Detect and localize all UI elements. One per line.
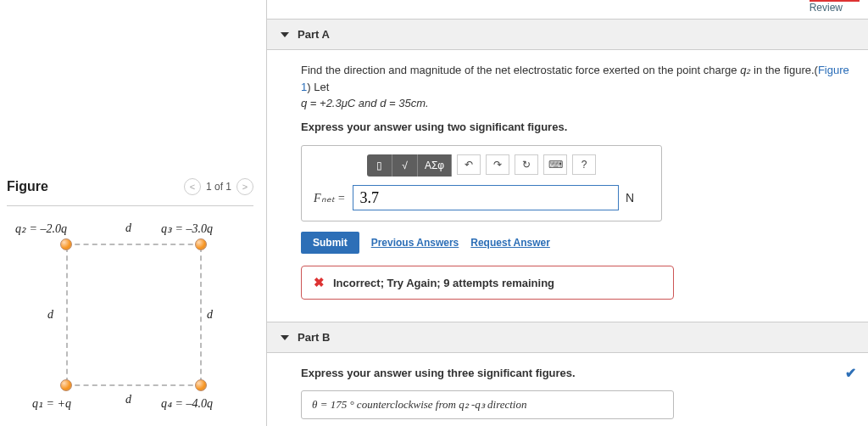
label-d-right: d: [207, 308, 213, 322]
part-b-header[interactable]: Part B: [267, 322, 868, 353]
charge-q2: [60, 238, 72, 250]
part-a-express: Express your answer using two significan…: [301, 119, 854, 136]
part-b-title: Part B: [298, 331, 330, 344]
answer-box-b: θ = 175 ° counterclockwise from q₂ -q₃ d…: [301, 390, 674, 419]
greek-button[interactable]: ΑΣφ: [418, 154, 452, 177]
help-button[interactable]: ?: [572, 154, 596, 175]
figure-nav: < 1 of 1 >: [184, 178, 253, 195]
feedback-box: ✖ Incorrect; Try Again; 9 attempts remai…: [301, 266, 674, 300]
request-answer-link[interactable]: Request Answer: [470, 237, 550, 249]
label-q1: q₁ = +q: [32, 396, 71, 411]
figure-nav-text: 1 of 1: [206, 181, 231, 193]
reset-button[interactable]: ↻: [515, 154, 538, 175]
charge-q1: [60, 379, 72, 391]
figure-panel: Figure < 1 of 1 > q₂ = –2.0q q₃ = –3.0q …: [0, 0, 267, 426]
sqrt-button[interactable]: √: [392, 154, 418, 177]
equation-toolbar: ▯ √ ΑΣφ ↶ ↷ ↻ ⌨ ?: [302, 154, 661, 177]
label-d-bottom: d: [125, 393, 131, 406]
feedback-text: Incorrect; Try Again; 9 attempts remaini…: [333, 277, 554, 289]
undo-button[interactable]: ↶: [457, 154, 481, 175]
question-panel: Review Part A Find the direction and mag…: [267, 0, 868, 426]
figure-title: Figure: [7, 179, 48, 194]
label-d-top: d: [125, 221, 131, 235]
part-a-title: Part A: [298, 28, 330, 41]
caret-down-icon: [281, 335, 289, 340]
label-q4: q₄ = –4.0q: [161, 396, 213, 411]
review-link[interactable]: Review: [810, 0, 860, 14]
keyboard-button[interactable]: ⌨: [543, 154, 567, 175]
submit-button-a[interactable]: Submit: [301, 232, 359, 254]
part-b-express: Express your answer using three signific…: [301, 365, 854, 382]
correct-check-icon: ✔: [845, 365, 856, 381]
figure-next-button[interactable]: >: [236, 178, 253, 195]
charge-q3: [195, 238, 207, 250]
answer-unit: N: [626, 191, 649, 205]
label-q3: q₃ = –3.0q: [161, 221, 213, 236]
template-button[interactable]: ▯: [367, 154, 392, 177]
figure-prev-button[interactable]: <: [184, 178, 201, 195]
label-d-left: d: [47, 308, 53, 322]
label-q2: q₂ = –2.0q: [15, 221, 67, 236]
incorrect-icon: ✖: [314, 275, 325, 290]
previous-answers-link-a[interactable]: Previous Answers: [371, 237, 459, 249]
answer-input-a[interactable]: [353, 185, 620, 210]
part-a-prompt: Find the direction and magnitude of the …: [301, 62, 854, 135]
charge-q4: [195, 379, 207, 391]
answer-label: Fₙₑₜ =: [314, 191, 346, 205]
answer-box-a: ▯ √ ΑΣφ ↶ ↷ ↻ ⌨ ? Fₙₑₜ = N: [301, 145, 662, 221]
caret-down-icon: [281, 32, 289, 37]
part-a-header[interactable]: Part A: [267, 19, 868, 50]
redo-button[interactable]: ↷: [486, 154, 509, 175]
figure-diagram: q₂ = –2.0q q₃ = –3.0q q₁ = +q q₄ = –4.0q…: [7, 223, 244, 418]
